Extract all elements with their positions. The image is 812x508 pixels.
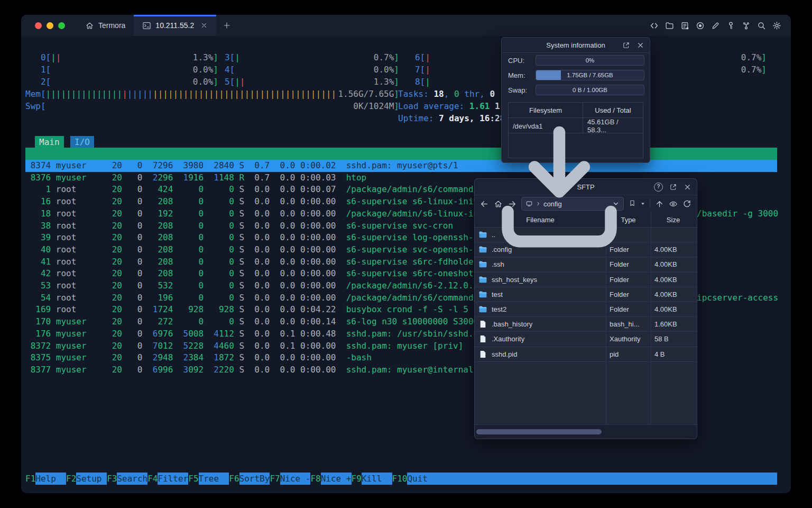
- file-name: test: [492, 291, 503, 298]
- file-icon: [478, 320, 487, 329]
- cpu-meter-3: 3[|0.7%]: [209, 51, 399, 64]
- show-hidden-eye-icon[interactable]: [669, 199, 678, 208]
- search-icon[interactable]: [757, 21, 766, 30]
- file-row[interactable]: .XauthorityXauthority58 B: [475, 332, 697, 347]
- fn-key-label: F3: [107, 473, 117, 485]
- fn-key-label: F4: [147, 473, 158, 485]
- file-row[interactable]: ssh_host_keysFolder4.00KB: [475, 273, 697, 287]
- refresh-icon[interactable]: [682, 199, 691, 208]
- key-icon[interactable]: [726, 21, 735, 30]
- new-tab-button[interactable]: [216, 15, 237, 36]
- record-icon[interactable]: [696, 21, 705, 30]
- fn-setup-button[interactable]: Setup: [76, 473, 107, 485]
- meter-bar: 1.75GB / 7.65GB: [536, 70, 644, 80]
- file-type: bash_hi...: [606, 317, 651, 331]
- log-icon[interactable]: [680, 21, 689, 30]
- command-tail: ipcserver-access: [697, 292, 778, 304]
- title-bar: Termora 10.211.55.2: [21, 15, 791, 36]
- system-meters: CPU:0%Mem:1.75GB / 7.65GBSwap:0 B / 1.00…: [502, 53, 650, 97]
- fn-key-label: F2: [66, 473, 76, 485]
- folder-icon[interactable]: [665, 21, 674, 30]
- file-size: 1.60KB: [651, 317, 696, 331]
- scrollbar-thumb[interactable]: [476, 429, 602, 434]
- close-icon[interactable]: [684, 183, 691, 191]
- system-meter-row: Mem:1.75GB / 7.65GB: [502, 68, 650, 83]
- parent-directory-icon[interactable]: [655, 199, 664, 208]
- htop-tab-io[interactable]: I/O: [70, 136, 94, 148]
- cpu-meter-4: 4[0.0%]: [209, 64, 399, 76]
- fn-key-label: F8: [310, 473, 320, 485]
- file-row[interactable]: test2Folder4.00KB: [475, 302, 697, 317]
- fn-kill-button[interactable]: Kill: [362, 473, 392, 485]
- download-icon[interactable]: [480, 107, 639, 266]
- file-name: .Xauthority: [492, 335, 524, 343]
- fn-quit-button[interactable]: Quit: [407, 473, 777, 485]
- file-size: 4.00KB: [651, 273, 696, 287]
- tab-home[interactable]: Termora: [77, 15, 134, 36]
- file-size: 4.00KB: [651, 257, 696, 271]
- system-meter-row: Swap:0 B / 1.00GB: [502, 83, 650, 97]
- fn-key-label: F5: [188, 473, 198, 485]
- traffic-lights: [21, 15, 77, 36]
- fn-key-label: F6: [229, 473, 239, 485]
- file-type: Xauthority: [606, 332, 651, 346]
- command-tail: /basedir -g 3000: [697, 208, 778, 220]
- help-icon[interactable]: [654, 183, 663, 192]
- file-row[interactable]: .bash_historybash_hi...1.60KB: [475, 317, 697, 332]
- maximize-window-button[interactable]: [58, 22, 65, 29]
- fn-sortby-button[interactable]: SortBy: [239, 473, 270, 485]
- tab-home-label: Termora: [98, 21, 125, 30]
- file-icon: [478, 334, 487, 343]
- fn-filter-button[interactable]: Filter: [158, 473, 188, 485]
- code-icon[interactable]: [650, 21, 659, 30]
- app-window: Termora 10.211.55.2 Main I/O PIDUSERPRIN…: [21, 15, 791, 493]
- open-in-window-icon[interactable]: [669, 183, 677, 191]
- cpu-meter-0: 0[||1.3%]: [25, 51, 218, 64]
- folder-icon: [478, 275, 487, 284]
- file-row[interactable]: testFolder4.00KB: [475, 287, 697, 302]
- sftp-panel: SFTP config: [474, 178, 697, 439]
- file-row[interactable]: sshd.pidpid4 B: [475, 347, 697, 362]
- fn-nice--button[interactable]: Nice -: [280, 473, 311, 485]
- settings-icon[interactable]: [772, 21, 781, 30]
- process-row[interactable]: 8374myuser200729639802840S0.70.00:00.02s…: [25, 160, 777, 172]
- horizontal-scrollbar[interactable]: [475, 424, 697, 439]
- keychain-icon[interactable]: [742, 21, 751, 30]
- meter-bar: 0 B / 1.00GB: [536, 85, 644, 95]
- tab-close-icon[interactable]: [200, 22, 208, 29]
- minimize-window-button[interactable]: [47, 22, 53, 29]
- folder-icon: [478, 305, 487, 314]
- file-icon: [478, 350, 487, 359]
- fn-help-button[interactable]: Help: [35, 473, 66, 485]
- fn-key-label: F9: [352, 473, 362, 485]
- fn-key-label: F10: [392, 473, 408, 485]
- htop-tab-main[interactable]: Main: [35, 136, 64, 148]
- file-type: Folder: [606, 302, 651, 316]
- tasks-line: Tasks: 18, 0 thr, 0: [398, 88, 495, 100]
- file-size: 4.00KB: [651, 302, 696, 316]
- file-size: [651, 228, 696, 242]
- fn-search-button[interactable]: Search: [117, 473, 147, 485]
- system-information-titlebar[interactable]: System information: [502, 38, 650, 53]
- close-icon[interactable]: [636, 41, 644, 49]
- mem-meter: Mem[||||||||||||||||||||||||||||||||||||…: [25, 88, 399, 100]
- fn-tree-button[interactable]: Tree: [199, 473, 229, 485]
- bookmark-dropdown-icon[interactable]: [641, 202, 645, 206]
- close-window-button[interactable]: [35, 22, 42, 29]
- fn-nice--button[interactable]: Nice +: [321, 473, 352, 485]
- file-type: Folder: [606, 287, 651, 302]
- file-size: 4.00KB: [651, 242, 696, 257]
- tab-ssh-session[interactable]: 10.211.55.2: [134, 15, 216, 36]
- file-name: test2: [492, 305, 506, 313]
- sftp-titlebar[interactable]: SFTP: [475, 179, 697, 195]
- file-name: .bash_history: [492, 320, 532, 328]
- file-type: pid: [606, 347, 651, 361]
- file-name: ssh_host_keys: [492, 276, 537, 284]
- terminal-icon: [142, 21, 151, 30]
- meter-label: CPU:: [508, 57, 536, 65]
- edit-icon[interactable]: [711, 21, 720, 30]
- fn-key-label: F7: [270, 473, 280, 485]
- col-size[interactable]: Size: [651, 212, 696, 227]
- process-table-header: PIDUSERPRINIVIRTRESSHRSCPU%▽MEM%TIME+Com…: [25, 148, 777, 160]
- open-in-window-icon[interactable]: [622, 41, 630, 49]
